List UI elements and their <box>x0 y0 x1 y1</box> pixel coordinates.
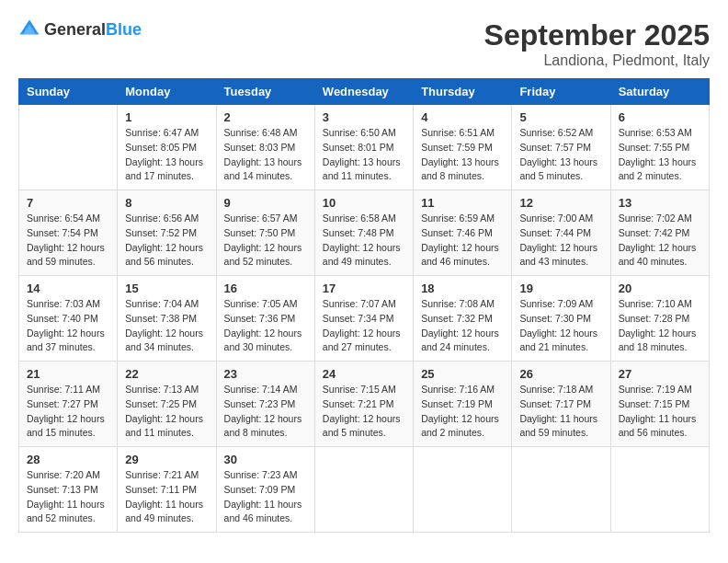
week-row-2: 7Sunrise: 6:54 AMSunset: 7:54 PMDaylight… <box>19 190 710 276</box>
day-cell <box>314 447 413 533</box>
day-number: 23 <box>224 367 307 381</box>
day-number: 18 <box>421 282 504 295</box>
day-info: Sunrise: 7:03 AMSunset: 7:40 PMDaylight:… <box>27 297 109 355</box>
day-info: Sunrise: 7:00 AMSunset: 7:44 PMDaylight:… <box>519 212 602 270</box>
day-number: 22 <box>125 367 208 381</box>
day-cell: 17Sunrise: 7:07 AMSunset: 7:34 PMDayligh… <box>314 276 413 362</box>
day-info: Sunrise: 7:02 AMSunset: 7:42 PMDaylight:… <box>619 212 701 270</box>
day-info: Sunrise: 7:15 AMSunset: 7:21 PMDaylight:… <box>323 383 405 441</box>
day-cell <box>610 447 709 533</box>
day-number: 20 <box>619 282 701 295</box>
day-info: Sunrise: 6:52 AMSunset: 7:57 PMDaylight:… <box>519 126 602 184</box>
day-info: Sunrise: 7:08 AMSunset: 7:32 PMDaylight:… <box>421 297 504 355</box>
day-info: Sunrise: 6:53 AMSunset: 7:55 PMDaylight:… <box>619 126 701 184</box>
day-cell: 24Sunrise: 7:15 AMSunset: 7:21 PMDayligh… <box>314 362 413 447</box>
day-info: Sunrise: 6:58 AMSunset: 7:48 PMDaylight:… <box>323 212 405 270</box>
logo-blue-text: Blue <box>106 20 142 39</box>
day-cell: 8Sunrise: 6:56 AMSunset: 7:52 PMDaylight… <box>118 190 216 276</box>
day-info: Sunrise: 7:10 AMSunset: 7:28 PMDaylight:… <box>619 297 701 355</box>
day-number: 10 <box>323 196 405 210</box>
day-number: 30 <box>224 453 307 466</box>
column-header-sunday: Sunday <box>19 79 118 105</box>
day-number: 3 <box>323 110 405 124</box>
logo-general-text: General <box>44 20 106 39</box>
day-cell: 13Sunrise: 7:02 AMSunset: 7:42 PMDayligh… <box>610 190 709 276</box>
day-cell: 2Sunrise: 6:48 AMSunset: 8:03 PMDaylight… <box>216 105 314 190</box>
day-number: 5 <box>519 110 602 124</box>
day-cell: 15Sunrise: 7:04 AMSunset: 7:38 PMDayligh… <box>118 276 216 362</box>
day-cell <box>414 447 512 533</box>
column-header-thursday: Thursday <box>414 79 512 105</box>
day-cell: 11Sunrise: 6:59 AMSunset: 7:46 PMDayligh… <box>414 190 512 276</box>
day-cell: 14Sunrise: 7:03 AMSunset: 7:40 PMDayligh… <box>19 276 118 362</box>
day-info: Sunrise: 7:04 AMSunset: 7:38 PMDaylight:… <box>125 297 208 355</box>
day-cell: 5Sunrise: 6:52 AMSunset: 7:57 PMDaylight… <box>512 105 610 190</box>
day-info: Sunrise: 7:23 AMSunset: 7:09 PMDaylight:… <box>224 468 307 526</box>
day-info: Sunrise: 6:48 AMSunset: 8:03 PMDaylight:… <box>224 126 307 184</box>
day-number: 29 <box>125 453 208 466</box>
day-info: Sunrise: 6:47 AMSunset: 8:05 PMDaylight:… <box>125 126 208 184</box>
week-row-5: 28Sunrise: 7:20 AMSunset: 7:13 PMDayligh… <box>19 447 710 533</box>
day-number: 24 <box>323 367 405 381</box>
day-info: Sunrise: 6:57 AMSunset: 7:50 PMDaylight:… <box>224 212 307 270</box>
column-header-wednesday: Wednesday <box>314 79 413 105</box>
week-row-4: 21Sunrise: 7:11 AMSunset: 7:27 PMDayligh… <box>19 362 710 447</box>
day-cell <box>19 105 118 190</box>
day-cell: 22Sunrise: 7:13 AMSunset: 7:25 PMDayligh… <box>118 362 216 447</box>
day-cell: 3Sunrise: 6:50 AMSunset: 8:01 PMDaylight… <box>314 105 413 190</box>
day-info: Sunrise: 7:05 AMSunset: 7:36 PMDaylight:… <box>224 297 307 355</box>
day-info: Sunrise: 7:11 AMSunset: 7:27 PMDaylight:… <box>27 383 109 441</box>
day-info: Sunrise: 7:20 AMSunset: 7:13 PMDaylight:… <box>27 468 109 526</box>
day-number: 27 <box>619 367 701 381</box>
day-cell: 19Sunrise: 7:09 AMSunset: 7:30 PMDayligh… <box>512 276 610 362</box>
day-number: 15 <box>125 282 208 295</box>
day-number: 14 <box>27 282 109 295</box>
day-number: 13 <box>619 196 701 210</box>
day-number: 1 <box>125 110 208 124</box>
day-info: Sunrise: 7:19 AMSunset: 7:15 PMDaylight:… <box>619 383 701 441</box>
day-cell <box>512 447 610 533</box>
day-cell: 25Sunrise: 7:16 AMSunset: 7:19 PMDayligh… <box>414 362 512 447</box>
day-info: Sunrise: 7:16 AMSunset: 7:19 PMDaylight:… <box>421 383 504 441</box>
day-number: 28 <box>27 453 109 466</box>
day-number: 26 <box>519 367 602 381</box>
day-cell: 6Sunrise: 6:53 AMSunset: 7:55 PMDaylight… <box>610 105 709 190</box>
day-number: 21 <box>27 367 109 381</box>
day-info: Sunrise: 7:07 AMSunset: 7:34 PMDaylight:… <box>323 297 405 355</box>
day-cell: 16Sunrise: 7:05 AMSunset: 7:36 PMDayligh… <box>216 276 314 362</box>
day-cell: 1Sunrise: 6:47 AMSunset: 8:05 PMDaylight… <box>118 105 216 190</box>
column-header-tuesday: Tuesday <box>216 79 314 105</box>
month-title: September 2025 <box>484 18 710 52</box>
day-cell: 20Sunrise: 7:10 AMSunset: 7:28 PMDayligh… <box>610 276 709 362</box>
calendar-table: SundayMondayTuesdayWednesdayThursdayFrid… <box>18 78 710 533</box>
day-info: Sunrise: 6:51 AMSunset: 7:59 PMDaylight:… <box>421 126 504 184</box>
day-info: Sunrise: 7:09 AMSunset: 7:30 PMDaylight:… <box>519 297 602 355</box>
day-cell: 7Sunrise: 6:54 AMSunset: 7:54 PMDaylight… <box>19 190 118 276</box>
week-row-1: 1Sunrise: 6:47 AMSunset: 8:05 PMDaylight… <box>19 105 710 190</box>
column-header-saturday: Saturday <box>610 79 709 105</box>
day-cell: 18Sunrise: 7:08 AMSunset: 7:32 PMDayligh… <box>414 276 512 362</box>
day-cell: 23Sunrise: 7:14 AMSunset: 7:23 PMDayligh… <box>216 362 314 447</box>
logo-icon <box>18 18 40 40</box>
day-info: Sunrise: 7:21 AMSunset: 7:11 PMDaylight:… <box>125 468 208 526</box>
day-number: 2 <box>224 110 307 124</box>
day-number: 12 <box>519 196 602 210</box>
day-cell: 29Sunrise: 7:21 AMSunset: 7:11 PMDayligh… <box>118 447 216 533</box>
day-cell: 4Sunrise: 6:51 AMSunset: 7:59 PMDaylight… <box>414 105 512 190</box>
day-cell: 12Sunrise: 7:00 AMSunset: 7:44 PMDayligh… <box>512 190 610 276</box>
day-cell: 28Sunrise: 7:20 AMSunset: 7:13 PMDayligh… <box>19 447 118 533</box>
location-title: Landiona, Piedmont, Italy <box>484 52 710 69</box>
day-number: 19 <box>519 282 602 295</box>
day-info: Sunrise: 6:50 AMSunset: 8:01 PMDaylight:… <box>323 126 405 184</box>
day-info: Sunrise: 7:13 AMSunset: 7:25 PMDaylight:… <box>125 383 208 441</box>
day-cell: 9Sunrise: 6:57 AMSunset: 7:50 PMDaylight… <box>216 190 314 276</box>
day-number: 9 <box>224 196 307 210</box>
logo: GeneralBlue <box>18 18 142 40</box>
day-number: 16 <box>224 282 307 295</box>
day-info: Sunrise: 7:18 AMSunset: 7:17 PMDaylight:… <box>519 383 602 441</box>
day-number: 11 <box>421 196 504 210</box>
day-info: Sunrise: 6:56 AMSunset: 7:52 PMDaylight:… <box>125 212 208 270</box>
page-header: GeneralBlue September 2025 Landiona, Pie… <box>18 18 710 69</box>
day-number: 4 <box>421 110 504 124</box>
day-info: Sunrise: 6:54 AMSunset: 7:54 PMDaylight:… <box>27 212 109 270</box>
